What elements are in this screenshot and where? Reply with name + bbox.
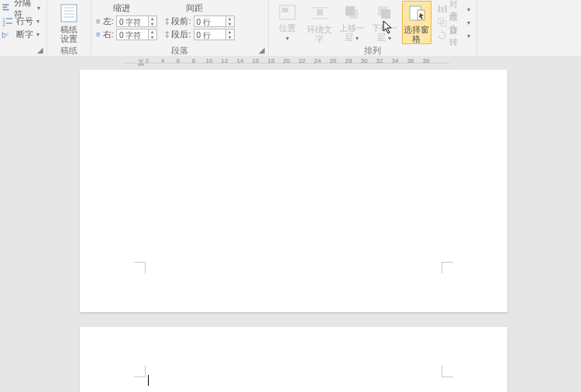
paragraph-group-title: 段落 bbox=[171, 46, 188, 55]
dialog-launcher-icon[interactable]: ◢ bbox=[259, 45, 265, 56]
manuscript-group: 稿纸 设置 稿纸 bbox=[47, 0, 91, 56]
chevron-down-icon: ▾ bbox=[354, 35, 359, 42]
crop-mark bbox=[134, 262, 146, 273]
horizontal-ruler[interactable]: 2468101214161820222426283032343638 bbox=[124, 57, 449, 68]
dialog-launcher-icon[interactable]: ◢ bbox=[37, 45, 43, 56]
space-after-value[interactable]: 0 行 bbox=[194, 29, 226, 40]
page-2[interactable]: 第一章 bbox=[80, 327, 507, 392]
wrap-icon bbox=[308, 3, 332, 23]
svg-rect-19 bbox=[346, 6, 355, 15]
indent-left-control[interactable]: ≡左: 0 字符 ▴▾ bbox=[96, 15, 157, 28]
svg-rect-29 bbox=[138, 64, 144, 66]
backward-icon bbox=[373, 3, 396, 22]
svg-rect-8 bbox=[61, 5, 77, 22]
rotate-icon bbox=[437, 30, 448, 43]
space-before-control[interactable]: ‡段前: 0 行 ▴▾ bbox=[165, 15, 235, 28]
line-numbers-button[interactable]: 12 行号 ▾ bbox=[0, 15, 42, 28]
svg-rect-1 bbox=[3, 6, 8, 8]
svg-rect-21 bbox=[381, 9, 390, 19]
indent-left-label: 左: bbox=[103, 15, 114, 27]
page-1[interactable] bbox=[80, 70, 507, 312]
indent-left-value[interactable]: 0 字符 bbox=[116, 15, 149, 27]
ruler-tick: 38 bbox=[423, 57, 430, 64]
manuscript-settings-button[interactable]: 稿纸 设置 bbox=[53, 2, 84, 43]
indent-marker-left[interactable] bbox=[138, 57, 144, 67]
breaks-button[interactable]: 分隔符 ▾ bbox=[0, 2, 42, 15]
space-before-value[interactable]: 0 行 bbox=[194, 15, 226, 27]
line-numbers-label: 行号 bbox=[16, 15, 33, 27]
position-icon bbox=[276, 3, 299, 22]
arrange-group: 位置▾ 环绕文 字 上移一层 ▾ 下移一层 ▾ bbox=[269, 0, 477, 56]
svg-rect-26 bbox=[445, 5, 447, 12]
indent-right-control[interactable]: ≡右: 0 字符 ▴▾ bbox=[96, 28, 157, 41]
arrange-group-title: 排列 bbox=[273, 45, 472, 56]
spinner[interactable]: ▴▾ bbox=[149, 29, 157, 40]
svg-rect-15 bbox=[317, 9, 323, 15]
crop-mark bbox=[442, 262, 453, 273]
wrap-text-button: 环绕文 字 bbox=[306, 2, 334, 43]
rotate-button: 旋转 ▾ bbox=[435, 29, 472, 43]
ruler-tick: 30 bbox=[361, 57, 368, 64]
space-after-label: 段后: bbox=[171, 29, 191, 40]
ruler-tick: 22 bbox=[299, 57, 306, 64]
svg-rect-5 bbox=[6, 18, 12, 19]
ruler-tick: 10 bbox=[206, 57, 213, 64]
indent-left-icon: ≡ bbox=[96, 17, 101, 26]
chevron-down-icon: ▾ bbox=[467, 33, 470, 40]
ruler-tick: 18 bbox=[268, 57, 275, 64]
text-caret bbox=[148, 375, 149, 386]
space-before-label: 段前: bbox=[171, 15, 191, 27]
chevron-down-icon: ▾ bbox=[467, 6, 470, 13]
ruler-tick: 20 bbox=[284, 57, 290, 64]
bring-forward-button: 上移一层 ▾ bbox=[338, 2, 366, 43]
ruler-tick: 8 bbox=[192, 57, 195, 64]
space-after-icon: ‡ bbox=[165, 30, 170, 39]
ruler-tick: 36 bbox=[407, 57, 414, 64]
rotate-label: 旋转 bbox=[449, 25, 464, 48]
ruler-tick: 32 bbox=[376, 57, 383, 64]
spinner[interactable]: ▴▾ bbox=[226, 29, 235, 40]
ruler-tick: 2 bbox=[146, 57, 149, 64]
chevron-down-icon: ▾ bbox=[36, 31, 40, 38]
position-button: 位置▾ bbox=[273, 2, 301, 43]
crop-mark bbox=[442, 366, 453, 377]
hyphenation-icon: bᶜ bbox=[2, 29, 14, 41]
hyphenation-label: 断字 bbox=[16, 29, 33, 40]
ribbon: 分隔符 ▾ 12 行号 ▾ bᶜ 断字 ▾ bbox=[0, 0, 581, 57]
manuscript-label: 稿纸 设置 bbox=[60, 25, 77, 43]
ruler-tick: 24 bbox=[315, 57, 321, 64]
space-after-control[interactable]: ‡段后: 0 行 ▴▾ bbox=[165, 28, 235, 41]
svg-text:2: 2 bbox=[2, 22, 5, 27]
chevron-down-icon: ▾ bbox=[37, 5, 40, 12]
chevron-down-icon: ▾ bbox=[387, 35, 391, 42]
svg-rect-2 bbox=[3, 9, 9, 10]
svg-rect-24 bbox=[438, 5, 440, 12]
forward-icon bbox=[340, 3, 363, 22]
indent-right-icon: ≡ bbox=[96, 30, 101, 39]
space-before-icon: ‡ bbox=[165, 17, 170, 26]
selection-pane-label: 选择窗格 bbox=[403, 25, 431, 43]
ruler-tick: 6 bbox=[177, 57, 180, 64]
svg-rect-0 bbox=[3, 4, 9, 5]
manuscript-icon bbox=[57, 3, 81, 23]
indent-title: 缩进 bbox=[113, 2, 130, 15]
spinner[interactable]: ▴▾ bbox=[226, 15, 235, 27]
send-backward-button: 下移一层 ▾ bbox=[370, 2, 398, 43]
selection-pane-button[interactable]: 选择窗格 bbox=[403, 2, 431, 43]
ruler-tick: 28 bbox=[346, 57, 352, 64]
group-icon bbox=[437, 17, 448, 29]
spinner[interactable]: ▴▾ bbox=[149, 15, 157, 27]
ruler-tick: 34 bbox=[392, 57, 399, 64]
paragraph-group: 缩进 间距 ≡左: 0 字符 ▴▾ ≡右: 0 字符 ▴▾ bbox=[91, 0, 269, 56]
manuscript-group-title: 稿纸 bbox=[52, 45, 86, 56]
ruler-tick: 12 bbox=[222, 57, 229, 64]
document-canvas[interactable]: 2468101214161820222426283032343638 第一章 bbox=[0, 56, 581, 392]
ruler-tick: 26 bbox=[330, 57, 337, 64]
svg-rect-6 bbox=[6, 22, 12, 24]
forward-label: 上移一层 bbox=[339, 23, 365, 42]
selection-pane-icon bbox=[405, 3, 428, 23]
line-numbers-icon: 12 bbox=[2, 15, 14, 28]
hyphenation-button[interactable]: bᶜ 断字 ▾ bbox=[0, 28, 42, 41]
chevron-down-icon: ▾ bbox=[36, 18, 40, 25]
indent-right-value[interactable]: 0 字符 bbox=[116, 29, 149, 40]
